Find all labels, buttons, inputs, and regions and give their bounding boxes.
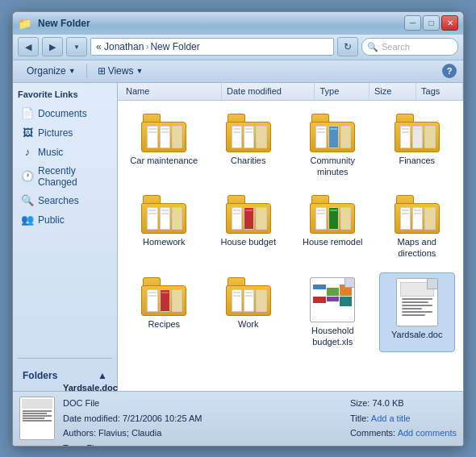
toolbar: Organize ▼ ⊞ Views ▼ ? <box>13 60 463 83</box>
doc-file-icon <box>396 278 438 326</box>
list-item[interactable]: House remodel <box>294 190 371 264</box>
status-size-label: Size: <box>350 398 370 408</box>
spreadsheet-icon <box>310 277 355 322</box>
sidebar-label-music: Music <box>38 147 63 158</box>
folder-icon <box>310 114 355 152</box>
file-name: Recipes <box>148 318 180 330</box>
maximize-button[interactable]: □ <box>423 15 440 31</box>
sidebar-label-recently-changed: Recently Changed <box>38 165 109 188</box>
file-name: House budget <box>221 236 277 247</box>
folders-arrow-icon: ▲ <box>98 370 107 381</box>
pictures-icon: 🖼 <box>21 127 34 139</box>
list-item[interactable]: Charities <box>211 109 287 183</box>
status-date-value: 7/21/2006 10:25 AM <box>123 413 202 423</box>
views-arrow-icon: ▼ <box>136 67 143 75</box>
sidebar-item-pictures[interactable]: 🖼 Pictures <box>18 125 112 141</box>
breadcrumb-sep: › <box>145 41 148 52</box>
file-grid: Car maintenance <box>118 101 463 361</box>
refresh-button[interactable]: ↻ <box>337 37 358 56</box>
folder-icon <box>226 277 271 316</box>
file-name: Community minutes <box>298 155 368 178</box>
search-icon: 🔍 <box>367 42 378 52</box>
list-item[interactable]: Maps and directions <box>379 190 456 264</box>
breadcrumb-prefix: « Jonathan <box>96 41 144 52</box>
folder-icon <box>226 195 271 234</box>
window-icon: 📁 <box>18 17 31 30</box>
list-item[interactable]: House budget <box>211 190 287 264</box>
list-item[interactable]: Work <box>211 272 287 353</box>
list-item[interactable]: Homework <box>126 190 203 264</box>
breadcrumb[interactable]: « Jonathan › New Folder <box>90 38 334 56</box>
status-tags-label: Tags: <box>63 443 84 446</box>
views-icon: ⊞ <box>98 65 106 77</box>
sidebar-item-public[interactable]: 👥 Public <box>18 212 112 228</box>
col-header-type[interactable]: Type <box>315 83 370 100</box>
file-name: Maps and directions <box>382 236 453 260</box>
organize-label: Organize <box>27 65 66 77</box>
file-name: Yardsale.doc <box>391 329 442 340</box>
dropdown-button[interactable]: ▼ <box>66 37 87 56</box>
close-button[interactable]: ✕ <box>441 15 458 31</box>
status-title-value[interactable]: Add a title <box>371 413 411 423</box>
title-bar-left: 📁 New Folder <box>18 17 90 30</box>
file-name: Car maintenance <box>130 155 198 166</box>
sidebar: Favorite Links 📄 Documents 🖼 Pictures ♪ … <box>13 83 118 391</box>
list-item[interactable]: Community minutes <box>294 109 371 183</box>
folder-icon <box>141 195 186 234</box>
organize-arrow-icon: ▼ <box>69 67 76 75</box>
music-icon: ♪ <box>21 146 34 159</box>
file-name: Work <box>238 318 258 330</box>
sidebar-divider <box>18 358 112 359</box>
searches-icon: 🔍 <box>21 194 34 207</box>
window-title: New Folder <box>38 18 90 29</box>
folder-icon <box>141 277 186 316</box>
breadcrumb-folder: New Folder <box>150 41 199 52</box>
file-grid-wrapper: Car maintenance <box>118 101 463 391</box>
address-bar: ◀ ▶ ▼ « Jonathan › New Folder ↻ 🔍 Search <box>13 35 463 60</box>
col-header-date[interactable]: Date modified <box>222 83 315 100</box>
list-item[interactable]: Household budget.xls <box>294 272 371 353</box>
title-controls: ─ □ ✕ <box>404 15 458 31</box>
status-comments-label: Comments: <box>350 428 395 438</box>
title-bar: 📁 New Folder ─ □ ✕ <box>13 12 463 35</box>
folder-icon <box>226 114 271 152</box>
favorite-links-title: Favorite Links <box>18 89 112 99</box>
folder-icon <box>141 114 186 152</box>
forward-button[interactable]: ▶ <box>42 37 63 56</box>
list-item[interactable]: Yardsale.doc <box>379 272 456 353</box>
sidebar-item-documents[interactable]: 📄 Documents <box>18 106 112 122</box>
status-date-label: Date modified: <box>63 413 120 423</box>
sidebar-item-music[interactable]: ♪ Music <box>18 144 112 160</box>
col-header-name[interactable]: Name <box>121 83 222 100</box>
sidebar-label-documents: Documents <box>38 108 87 119</box>
search-box[interactable]: 🔍 Search <box>361 38 458 56</box>
organize-button[interactable]: Organize ▼ <box>19 62 83 80</box>
folder-icon <box>310 195 355 234</box>
col-header-tags[interactable]: Tags <box>416 83 463 100</box>
col-header-size[interactable]: Size <box>370 83 416 100</box>
search-placeholder: Search <box>382 42 410 52</box>
file-name: House remodel <box>303 236 363 247</box>
back-button[interactable]: ◀ <box>18 37 39 56</box>
sidebar-item-recently-changed[interactable]: 🕐 Recently Changed <box>18 164 112 189</box>
minimize-button[interactable]: ─ <box>404 15 421 31</box>
sidebar-label-public: Public <box>38 214 65 226</box>
help-button[interactable]: ? <box>442 64 457 78</box>
status-filetype: DOC File <box>63 396 342 411</box>
status-filename: Yardsale.doc <box>63 383 118 393</box>
column-headers: Name Date modified Type Size Tags <box>118 83 463 101</box>
toolbar-separator <box>86 64 87 78</box>
sidebar-item-searches[interactable]: 🔍 Searches <box>18 193 112 209</box>
status-tags-value: Finances <box>86 443 123 446</box>
views-button[interactable]: ⊞ Views ▼ <box>90 62 151 80</box>
status-authors-label: Authors: <box>63 428 96 438</box>
list-item[interactable]: Recipes <box>126 272 203 353</box>
status-size-value: 74.0 KB <box>372 398 403 408</box>
status-info-right: Size: 74.0 KB Title: Add a title Comment… <box>350 396 457 441</box>
list-item[interactable]: Finances <box>379 109 456 183</box>
documents-icon: 📄 <box>21 107 34 120</box>
status-info-left: Yardsale.doc DOC File Date modified: 7/2… <box>63 380 342 446</box>
list-item[interactable]: Car maintenance <box>126 109 203 183</box>
status-comments-value[interactable]: Add comments <box>398 428 457 438</box>
status-title-label: Title: <box>350 413 369 423</box>
